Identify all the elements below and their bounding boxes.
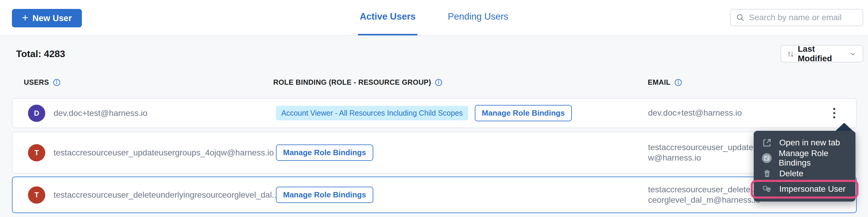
sort-dropdown-label: Last Modified — [798, 44, 844, 63]
manage-role-bindings-button[interactable]: Manage Role Bindings — [276, 144, 373, 161]
menu-item-impersonate-user[interactable]: Impersonate User — [754, 181, 856, 197]
role-binding-cell: Manage Role Bindings — [276, 132, 373, 173]
total-count-label: Total: 4283 — [16, 48, 65, 60]
email-line: testaccresourceuser_updateu — [648, 142, 758, 152]
row-options-menu-button[interactable] — [826, 104, 842, 122]
user-name: testaccresourceuser_deleteunderlyingreso… — [54, 190, 279, 200]
impersonate-masks-icon — [762, 184, 773, 194]
search-input[interactable] — [749, 13, 857, 22]
user-management-page: + New User Active Users Pending Users To… — [0, 0, 868, 217]
search-icon — [736, 13, 745, 22]
tab-active-users[interactable]: Active Users — [358, 0, 417, 35]
search-box[interactable] — [730, 9, 863, 26]
new-user-button-label: New User — [32, 13, 72, 23]
chevron-down-icon — [849, 50, 857, 58]
user-name: dev.doc+test@harness.io — [54, 108, 147, 118]
menu-item-label: Manage Role Bindings — [779, 149, 848, 168]
column-header-role-binding-label: ROLE BINDING (ROLE - RESOURCE GROUP) — [273, 78, 431, 86]
info-icon[interactable] — [53, 78, 61, 86]
email-cell: dev.doc+test@harness.io — [648, 99, 742, 128]
column-header-users: USERS — [24, 78, 61, 86]
email-line: ceorglevel_dal_m@harness.io — [648, 195, 760, 205]
open-in-new-tab-icon — [762, 138, 773, 148]
avatar: T — [28, 186, 45, 204]
role-bindings-icon — [762, 153, 772, 164]
sort-arrows-icon: ↑↓ — [787, 49, 793, 59]
email-cell: testaccresourceuser_deleteu ceorglevel_d… — [648, 177, 760, 213]
email-cell: testaccresourceuser_updateu w@harness.io — [648, 132, 758, 173]
column-header-email-label: EMAIL — [648, 78, 671, 86]
menu-item-delete[interactable]: Delete — [754, 166, 856, 181]
tab-bar: Active Users Pending Users — [358, 0, 510, 35]
table-column-headers: USERS ROLE BINDING (ROLE - RESOURCE GROU… — [12, 78, 857, 90]
role-binding-cell: Manage Role Bindings — [276, 177, 373, 213]
page-header: + New User Active Users Pending Users — [0, 0, 868, 36]
column-header-users-label: USERS — [24, 78, 49, 86]
avatar: T — [28, 144, 45, 161]
new-user-button[interactable]: + New User — [12, 9, 82, 27]
menu-item-manage-role-bindings[interactable]: Manage Role Bindings — [754, 150, 856, 166]
info-icon[interactable] — [674, 78, 682, 86]
tab-pending-users[interactable]: Pending Users — [446, 0, 510, 35]
table-row[interactable]: T testaccresourceuser_updateusergroups_4… — [12, 132, 857, 174]
menu-item-open-in-new-tab[interactable]: Open in new tab — [754, 135, 856, 150]
column-header-email: EMAIL — [648, 78, 682, 86]
email-line: dev.doc+test@harness.io — [648, 108, 742, 118]
user-cell: T testaccresourceuser_updateusergroups_4… — [28, 132, 274, 173]
column-header-role-binding: ROLE BINDING (ROLE - RESOURCE GROUP) — [273, 78, 443, 86]
email-line: testaccresourceuser_deleteu — [648, 185, 760, 195]
user-cell: T testaccresourceuser_deleteunderlyingre… — [28, 177, 279, 213]
role-binding-badge: Account Viewer - All Resources Including… — [276, 106, 468, 120]
email-line: w@harness.io — [648, 153, 758, 163]
avatar: D — [28, 105, 45, 122]
table-row[interactable]: D dev.doc+test@harness.io Account Viewer… — [12, 98, 857, 128]
context-menu-caret — [835, 123, 853, 131]
menu-item-label: Impersonate User — [779, 184, 846, 194]
row-context-menu: Open in new tab Manage Role Bindings — [754, 131, 856, 202]
user-cell: D dev.doc+test@harness.io — [28, 99, 147, 128]
sort-dropdown[interactable]: ↑↓ Last Modified — [780, 45, 863, 63]
plus-icon: + — [22, 12, 28, 23]
table-row[interactable]: T testaccresourceuser_deleteunderlyingre… — [12, 177, 857, 213]
info-icon[interactable] — [435, 78, 443, 86]
menu-item-label: Open in new tab — [779, 138, 840, 147]
role-binding-cell: Account Viewer - All Resources Including… — [276, 99, 572, 128]
trash-icon — [762, 169, 773, 178]
user-name: testaccresourceuser_updateusergroups_4oj… — [54, 148, 274, 157]
manage-role-bindings-button[interactable]: Manage Role Bindings — [475, 105, 572, 121]
menu-item-label: Delete — [779, 169, 803, 178]
manage-role-bindings-button[interactable]: Manage Role Bindings — [276, 187, 373, 203]
